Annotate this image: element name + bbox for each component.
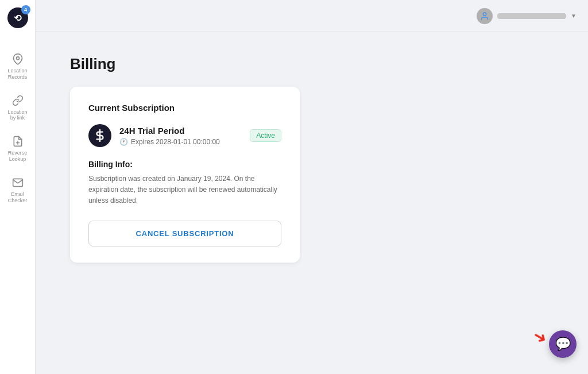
sidebar-item-email-checker-label: EmailChecker xyxy=(8,191,28,204)
plan-expiry: 🕐 Expires 2028-01-01 00:00:00 xyxy=(119,138,242,146)
page-title: Billing xyxy=(70,55,554,73)
reverse-lookup-icon xyxy=(11,135,24,148)
billing-info-text: Susbcription was created on January 19, … xyxy=(88,173,281,207)
main-area: ▼ Billing Current Subscription 24H Trial… xyxy=(36,0,588,374)
svg-point-0 xyxy=(16,57,19,60)
plan-icon xyxy=(88,124,111,147)
sidebar-item-location-records-label: LocationRecords xyxy=(7,68,27,80)
subscription-row: 24H Trial Period 🕐 Expires 2028-01-01 00… xyxy=(88,124,281,147)
notification-badge: 4 xyxy=(21,5,30,14)
current-subscription-title: Current Subscription xyxy=(88,103,281,113)
sidebar: ⟲ 4 LocationRecords Locationby link xyxy=(0,0,36,374)
billing-info-title: Billing Info: xyxy=(88,160,281,169)
sidebar-item-reverse-lookup-label: ReverseLookup xyxy=(8,150,28,163)
chat-button[interactable]: 💬 xyxy=(549,330,577,358)
user-menu[interactable]: ▼ xyxy=(477,8,577,24)
chevron-down-icon: ▼ xyxy=(571,13,577,19)
chat-icon: 💬 xyxy=(555,337,571,352)
billing-card: Current Subscription 24H Trial Period 🕐 … xyxy=(70,87,300,263)
logo-circle: ⟲ 4 xyxy=(7,7,28,28)
main-content: Billing Current Subscription 24H Trial P… xyxy=(36,32,588,374)
logo-symbol: ⟲ xyxy=(14,13,21,24)
plan-name: 24H Trial Period xyxy=(119,126,242,136)
active-badge: Active xyxy=(250,129,281,142)
user-name xyxy=(497,13,566,19)
sidebar-item-reverse-lookup[interactable]: ReverseLookup xyxy=(1,129,35,168)
clock-icon: 🕐 xyxy=(119,138,128,146)
cancel-subscription-button[interactable]: CANCEL SUBSCRIPTION xyxy=(88,221,281,246)
sidebar-item-location-by-link-label: Locationby link xyxy=(7,109,27,122)
location-by-link-icon xyxy=(11,94,24,107)
plan-expiry-text: Expires 2028-01-01 00:00:00 xyxy=(131,138,220,146)
sidebar-item-location-records[interactable]: LocationRecords xyxy=(1,47,35,86)
svg-point-4 xyxy=(483,13,486,16)
sidebar-item-email-checker[interactable]: EmailChecker xyxy=(1,171,35,210)
topbar: ▼ xyxy=(36,0,588,32)
sidebar-item-location-by-link[interactable]: Locationby link xyxy=(1,88,35,128)
location-records-icon xyxy=(11,53,24,65)
app-logo[interactable]: ⟲ 4 xyxy=(0,0,36,36)
email-checker-icon xyxy=(11,176,24,189)
plan-details: 24H Trial Period 🕐 Expires 2028-01-01 00… xyxy=(119,126,242,146)
user-avatar xyxy=(477,8,493,24)
